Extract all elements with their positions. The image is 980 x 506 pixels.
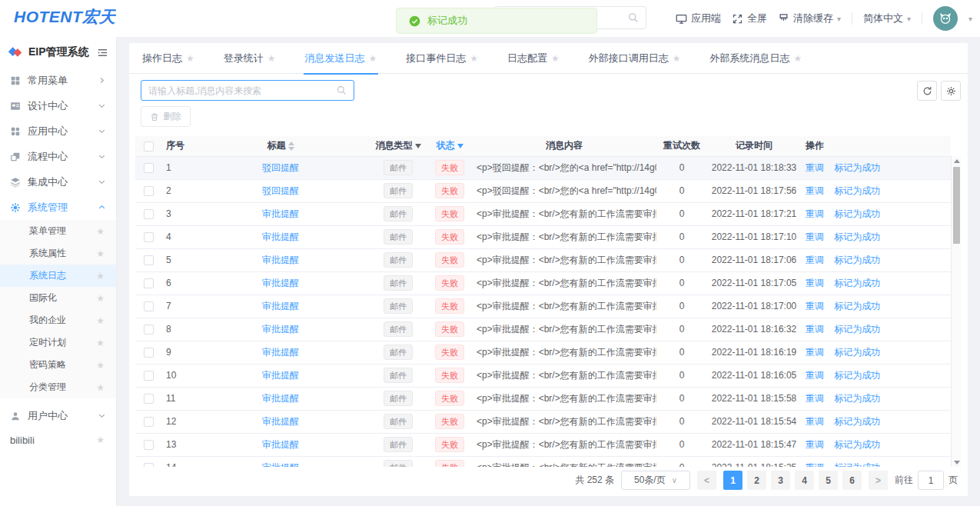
clear-cache-button[interactable]: 清除缓存 ▾ bbox=[778, 12, 841, 25]
collapse-menu-icon[interactable] bbox=[97, 47, 108, 58]
table-search-input[interactable] bbox=[148, 85, 337, 96]
sidebar-subitem[interactable]: 系统属性 ★ bbox=[0, 242, 116, 265]
tab-star-icon[interactable]: ★ bbox=[186, 53, 194, 64]
page-number-button[interactable]: 5 bbox=[819, 471, 838, 490]
mark-success-action-link[interactable]: 标记为成功 bbox=[834, 416, 880, 427]
tab[interactable]: 操作日志 ★ bbox=[142, 43, 194, 74]
message-title-link[interactable]: 驳回提醒 bbox=[262, 162, 299, 173]
col-header-type[interactable]: 消息类型 bbox=[369, 136, 427, 156]
retry-action-link[interactable]: 重调 bbox=[806, 462, 824, 468]
sidebar-subitem[interactable]: 系统日志 ★ bbox=[0, 265, 116, 287]
message-title-link[interactable]: 审批提醒 bbox=[262, 393, 299, 404]
tab[interactable]: 登录统计 ★ bbox=[224, 43, 276, 74]
sidebar-item-design-center[interactable]: 设计中心 bbox=[0, 93, 116, 118]
row-checkbox[interactable] bbox=[144, 348, 154, 358]
row-checkbox[interactable] bbox=[144, 163, 154, 173]
row-checkbox[interactable] bbox=[144, 278, 154, 288]
row-checkbox[interactable] bbox=[144, 463, 154, 467]
search-icon[interactable] bbox=[337, 85, 347, 95]
mark-success-action-link[interactable]: 标记为成功 bbox=[834, 439, 880, 450]
tab[interactable]: 消息发送日志 ★ bbox=[305, 43, 377, 74]
retry-action-link[interactable]: 重调 bbox=[806, 370, 824, 381]
select-all-checkbox[interactable] bbox=[144, 141, 154, 151]
row-checkbox[interactable] bbox=[144, 325, 154, 335]
message-title-link[interactable]: 审批提醒 bbox=[262, 347, 299, 358]
retry-action-link[interactable]: 重调 bbox=[806, 324, 824, 335]
sidebar-item-system-management[interactable]: 系统管理 bbox=[0, 195, 116, 220]
tab[interactable]: 接口事件日志 ★ bbox=[406, 43, 478, 74]
refresh-button[interactable] bbox=[917, 81, 937, 101]
favorite-star-icon[interactable]: ★ bbox=[96, 434, 105, 445]
sidebar-subitem[interactable]: 国际化 ★ bbox=[0, 287, 116, 309]
tab-star-icon[interactable]: ★ bbox=[267, 53, 276, 64]
col-header-status[interactable]: 状态 bbox=[427, 136, 472, 156]
message-title-link[interactable]: 审批提醒 bbox=[262, 231, 299, 242]
message-title-link[interactable]: 审批提醒 bbox=[262, 301, 299, 311]
caret-down-icon[interactable]: ▾ bbox=[968, 15, 972, 23]
column-settings-button[interactable] bbox=[941, 81, 961, 101]
scroll-down-arrow[interactable] bbox=[952, 458, 961, 467]
next-page-button[interactable]: > bbox=[869, 471, 888, 490]
sidebar-item-integration-center[interactable]: 集成中心 bbox=[0, 169, 116, 195]
row-checkbox[interactable] bbox=[144, 209, 154, 219]
message-title-link[interactable]: 审批提醒 bbox=[262, 208, 299, 219]
favorite-star-icon[interactable]: ★ bbox=[96, 360, 105, 371]
scrollbar-thumb[interactable] bbox=[953, 167, 960, 244]
favorite-star-icon[interactable]: ★ bbox=[96, 315, 105, 326]
tab[interactable]: 日志配置 ★ bbox=[507, 43, 560, 74]
tab-star-icon[interactable]: ★ bbox=[673, 53, 681, 64]
favorite-star-icon[interactable]: ★ bbox=[96, 293, 105, 304]
row-checkbox[interactable] bbox=[144, 301, 154, 311]
mark-success-action-link[interactable]: 标记为成功 bbox=[834, 370, 880, 381]
favorite-star-icon[interactable]: ★ bbox=[96, 382, 105, 393]
sidebar-subitem[interactable]: 我的企业 ★ bbox=[0, 309, 116, 331]
user-avatar[interactable] bbox=[933, 6, 958, 31]
row-checkbox[interactable] bbox=[144, 394, 154, 404]
message-title-link[interactable]: 审批提醒 bbox=[262, 255, 299, 265]
message-title-link[interactable]: 审批提醒 bbox=[262, 324, 299, 335]
sidebar-item-app-center[interactable]: 应用中心 bbox=[0, 118, 116, 144]
retry-action-link[interactable]: 重调 bbox=[806, 208, 824, 219]
favorite-star-icon[interactable]: ★ bbox=[96, 338, 105, 348]
prev-page-button[interactable]: < bbox=[697, 471, 716, 490]
mark-success-action-link[interactable]: 标记为成功 bbox=[834, 347, 880, 358]
sidebar-item-common-menu[interactable]: 常用菜单 bbox=[0, 68, 116, 93]
favorite-star-icon[interactable]: ★ bbox=[96, 226, 105, 237]
app-client-button[interactable]: 应用端 bbox=[676, 12, 721, 25]
message-title-link[interactable]: 审批提醒 bbox=[262, 278, 299, 288]
delete-button[interactable]: 删除 bbox=[141, 106, 191, 127]
message-title-link[interactable]: 审批提醒 bbox=[262, 416, 299, 427]
filter-icon-active[interactable] bbox=[457, 144, 463, 148]
filter-icon[interactable] bbox=[415, 144, 421, 148]
sidebar-subitem[interactable]: 菜单管理 ★ bbox=[0, 220, 116, 242]
page-number-button[interactable]: 1 bbox=[723, 471, 742, 490]
row-checkbox[interactable] bbox=[144, 255, 154, 265]
tab-star-icon[interactable]: ★ bbox=[794, 53, 802, 64]
message-title-link[interactable]: 审批提醒 bbox=[262, 439, 299, 450]
retry-action-link[interactable]: 重调 bbox=[806, 278, 824, 288]
page-number-button[interactable]: 3 bbox=[771, 471, 790, 490]
sidebar-item-process-center[interactable]: 流程中心 bbox=[0, 144, 116, 169]
tab[interactable]: 外部系统消息日志 ★ bbox=[710, 43, 802, 74]
mark-success-action-link[interactable]: 标记为成功 bbox=[834, 162, 880, 173]
col-header-title[interactable]: 标题 bbox=[192, 136, 369, 156]
vertical-scrollbar[interactable] bbox=[951, 156, 961, 467]
retry-action-link[interactable]: 重调 bbox=[806, 231, 824, 242]
retry-action-link[interactable]: 重调 bbox=[806, 393, 824, 404]
page-number-button[interactable]: 4 bbox=[795, 471, 814, 490]
message-title-link[interactable]: 审批提醒 bbox=[262, 370, 299, 381]
tab-star-icon[interactable]: ★ bbox=[369, 53, 377, 64]
favorite-star-icon[interactable]: ★ bbox=[96, 248, 105, 259]
row-checkbox[interactable] bbox=[144, 186, 154, 196]
message-title-link[interactable]: 审批提醒 bbox=[262, 462, 299, 468]
retry-action-link[interactable]: 重调 bbox=[806, 255, 824, 265]
language-selector[interactable]: 简体中文 ▾ bbox=[863, 12, 911, 25]
row-checkbox[interactable] bbox=[144, 417, 154, 427]
retry-action-link[interactable]: 重调 bbox=[806, 347, 824, 358]
sort-icons[interactable] bbox=[288, 141, 294, 151]
tab-star-icon[interactable]: ★ bbox=[551, 53, 560, 64]
goto-page-input[interactable] bbox=[918, 471, 944, 490]
mark-success-action-link[interactable]: 标记为成功 bbox=[834, 462, 880, 468]
scroll-up-arrow[interactable] bbox=[952, 156, 961, 165]
sidebar-subitem[interactable]: 定时计划 ★ bbox=[0, 331, 116, 354]
